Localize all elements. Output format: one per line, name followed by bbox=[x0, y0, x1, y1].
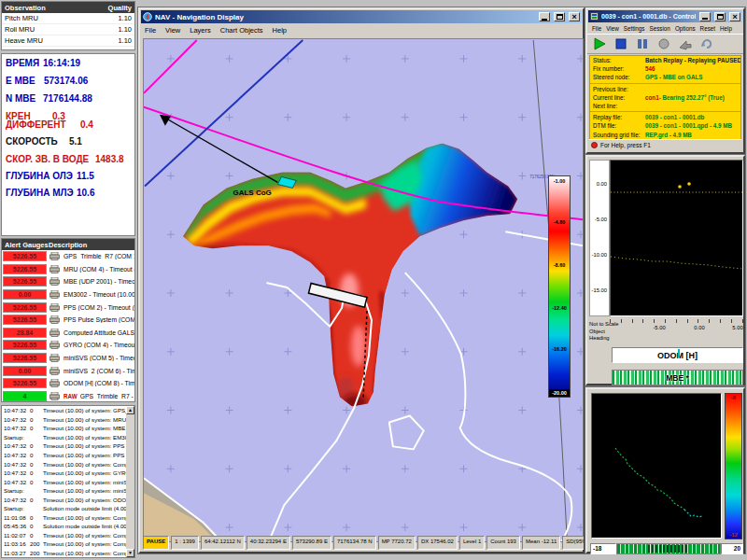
scale-max: 20 bbox=[721, 543, 743, 554]
nav-statusbar: PAUSE1 : 139964:42.12112 N40:32.23294 E5… bbox=[143, 536, 584, 550]
list-item[interactable]: 10:47:32 0 Timeout (10.00) of system: MB… bbox=[2, 424, 126, 433]
menu-item[interactable]: Session bbox=[649, 25, 669, 32]
heading-arrow bbox=[160, 115, 277, 183]
menu-item[interactable]: Chart Objects bbox=[220, 26, 263, 35]
gauge-description: GPS_Trimble_R7 - Solution mode o bbox=[80, 393, 134, 399]
list-item[interactable]: 10:47:32 0 Timeout (10.00) of system: GY… bbox=[2, 469, 126, 478]
alert-row[interactable]: 5226.55 MRU (COM 4) - Timeout (10.00) bbox=[2, 263, 134, 276]
list-item[interactable]: 10:47:32 0 Timeout (10.00) of system: OD… bbox=[2, 495, 126, 504]
list-item[interactable]: 10:47:32 0 Timeout (10.00) of system: GP… bbox=[2, 406, 126, 415]
menu-item[interactable]: Help bbox=[720, 25, 732, 32]
menu-item[interactable]: Help bbox=[273, 26, 287, 35]
stop-button[interactable] bbox=[613, 35, 629, 52]
minimize-button[interactable] bbox=[699, 12, 711, 21]
device-icon bbox=[49, 277, 61, 286]
scroll-down-icon[interactable]: ▼ bbox=[126, 549, 134, 557]
observation-rows: Pitch MRU1.10 Roll MRU1.10 Heave MRU1.10 bbox=[2, 13, 134, 47]
gauge-value-badge: 5226.55 bbox=[3, 340, 47, 350]
telemetry-row: СКОР. ЗВ. В ВОДЕ 1483.8 bbox=[2, 154, 134, 165]
alert-row[interactable]: 5226.55 PPS Pulse System (COM 3) - Timeo bbox=[2, 314, 134, 327]
land-area bbox=[144, 478, 234, 541]
alert-row[interactable]: 5226.55 GYRO (COM 4) - Timeout (10.00) bbox=[2, 339, 134, 352]
list-item[interactable]: 10:47:32 0 Timeout (10.00) of system: PP… bbox=[2, 451, 126, 460]
menu-item[interactable]: View bbox=[165, 26, 180, 35]
list-item[interactable]: 11:03:16 200 Timeout (10.00) of system: … bbox=[2, 539, 126, 549]
list-item[interactable]: 10:47:32 0 Timeout (10.00) of system: mi… bbox=[2, 477, 126, 486]
gauge-description: miniSVS (COM 5) - Timeout (10.00) bbox=[63, 355, 134, 361]
pause-icon bbox=[636, 37, 649, 50]
event-log-list: 10:47:32 0 Timeout (10.00) of system: GP… bbox=[1, 405, 135, 558]
maximize-button[interactable] bbox=[714, 12, 726, 21]
col-observation: Observation bbox=[5, 4, 46, 12]
list-item[interactable]: Startup: Solution mode outside limit (4.… bbox=[2, 504, 126, 513]
menu-item[interactable]: File bbox=[145, 26, 156, 35]
col-quality: Quality bbox=[108, 4, 132, 12]
list-item[interactable]: 11:01:08 0 Timeout (10.00) of system: Co… bbox=[2, 513, 126, 523]
takeover-button[interactable] bbox=[677, 35, 694, 52]
swath-plot[interactable] bbox=[591, 393, 722, 539]
close-button[interactable]: × bbox=[729, 12, 740, 21]
telemetry-row: ВРЕМЯ 16:14:19 bbox=[2, 58, 134, 69]
play-icon bbox=[593, 37, 606, 50]
status-cell: MP 7720.72 bbox=[378, 536, 416, 550]
device-icon bbox=[49, 290, 61, 299]
nav-titlebar[interactable]: NAV - Navigation Display × bbox=[141, 10, 582, 23]
gauge-description: Computed Attitude GALS - Timeout bbox=[63, 329, 134, 336]
close-button[interactable]: × bbox=[569, 12, 580, 21]
sounding-grid-file: REP.grd - 4.9 MB bbox=[645, 132, 692, 138]
controller-window: 0039 - con1 - 0001.db - Controller × Fil… bbox=[585, 7, 745, 154]
profile-plot[interactable] bbox=[610, 160, 743, 316]
maximize-button[interactable] bbox=[554, 12, 565, 21]
device-icon bbox=[49, 315, 61, 324]
play-button[interactable] bbox=[591, 35, 608, 52]
list-item[interactable]: 10:47:32 0 Timeout (10.00) of system: PP… bbox=[2, 441, 126, 451]
alert-row[interactable]: 5226.55 miniSVS (COM 5) - Timeout (10.00… bbox=[2, 352, 134, 365]
list-item[interactable]: 10:47:32 0 Timeout (10.00) of system: Co… bbox=[2, 459, 126, 469]
device-icon bbox=[49, 392, 61, 400]
alert-row[interactable]: 5226.55 GPS_Trimble_R7 (COM 1) - Timeout bbox=[2, 250, 134, 263]
odom-channel-bar[interactable]: ODOM [H] bbox=[612, 347, 743, 363]
status-cell: SD(95%) 0.116 bbox=[562, 536, 584, 550]
list-item[interactable]: 11:02:07 0 Timeout (10.00) of system: Co… bbox=[2, 531, 126, 540]
minimize-button[interactable] bbox=[539, 12, 550, 21]
status-cell: Level 1 bbox=[459, 536, 485, 550]
alert-row[interactable]: 28.84 Computed Attitude GALS - Timeout bbox=[2, 327, 134, 340]
list-item[interactable]: Startup: Timeout (10.00) of system: mini… bbox=[2, 486, 126, 496]
controller-titlebar[interactable]: 0039 - con1 - 0001.db - Controller × bbox=[588, 10, 742, 22]
replay-status: Batch Replay - Replaying PAUSED bbox=[645, 57, 741, 63]
list-item[interactable]: 11:03:27 200 Timeout (10.00) of system: … bbox=[2, 549, 126, 558]
across-track-axis: -5.00 0.00 5.00 bbox=[610, 319, 743, 336]
refresh-button[interactable] bbox=[698, 35, 715, 52]
alert-row[interactable]: 5226.55 PPS (COM 2) - Timeout (10.00) bbox=[2, 301, 134, 314]
alert-row[interactable]: 0.00 miniSVS_2 (COM 6) - Timeout (10. bbox=[2, 364, 134, 377]
alert-row[interactable]: 5226.55 MBE (UDP 2001) - Timeout (10.00) bbox=[2, 275, 134, 288]
gauge-description: GPS_Trimble_R7 (COM 1) - Timeout bbox=[63, 253, 134, 259]
telemetry-panel: ВРЕМЯ 16:14:19 E MBE 573174.06 N MBE 717… bbox=[1, 53, 135, 236]
alert-row[interactable]: 5226.55 ODOM [H] (COM 8) - Timeout (10. bbox=[2, 377, 134, 390]
list-item[interactable]: 10:47:32 0 Timeout (10.00) of system: MR… bbox=[2, 415, 126, 425]
menu-item[interactable]: Layers bbox=[190, 26, 211, 35]
scrollbar[interactable]: ▲ ▼ bbox=[126, 406, 134, 557]
list-item[interactable]: 05:45:36 0 Solution mode outside limit (… bbox=[2, 522, 126, 531]
alert-row[interactable]: 0.00 EM3002 - Timeout (10.00) bbox=[2, 288, 134, 301]
record-button[interactable] bbox=[655, 35, 672, 52]
menu-item[interactable]: Reset bbox=[700, 25, 715, 32]
alert-table-header: Alert Gauges Description bbox=[2, 239, 134, 250]
pause-button[interactable] bbox=[634, 35, 651, 52]
gauge-description: PPS Pulse System (COM 3) - Timeo bbox=[63, 316, 134, 323]
menu-item[interactable]: View bbox=[606, 25, 619, 32]
gauge-value-badge: 0.00 bbox=[3, 366, 47, 376]
menu-item[interactable]: Options bbox=[675, 25, 696, 32]
scroll-up-icon[interactable]: ▲ bbox=[126, 406, 134, 414]
gauge-description: ODOM [H] (COM 8) - Timeout (10. bbox=[63, 380, 134, 386]
list-item[interactable]: Startup: Timeout (10.00) of system: EM30… bbox=[2, 433, 126, 442]
menu-item[interactable]: File bbox=[592, 25, 601, 32]
table-row: Heave MRU1.10 bbox=[2, 35, 134, 47]
menu-item[interactable]: Settings bbox=[624, 25, 645, 32]
alert-row[interactable]: 4 RAW GPS_Trimble_R7 - Solution mode o bbox=[2, 390, 134, 402]
dtm-file: 0039 - con1 - 0001.qpd - 4.9 MB bbox=[645, 122, 732, 129]
mbe-channel-bar[interactable]: MBE * bbox=[612, 370, 743, 385]
controller-toolbar bbox=[587, 34, 743, 54]
navigation-chart[interactable]: 7176250.00N bbox=[143, 38, 584, 542]
desktop: Observation Quality Pitch MRU1.10 Roll M… bbox=[0, 0, 747, 560]
